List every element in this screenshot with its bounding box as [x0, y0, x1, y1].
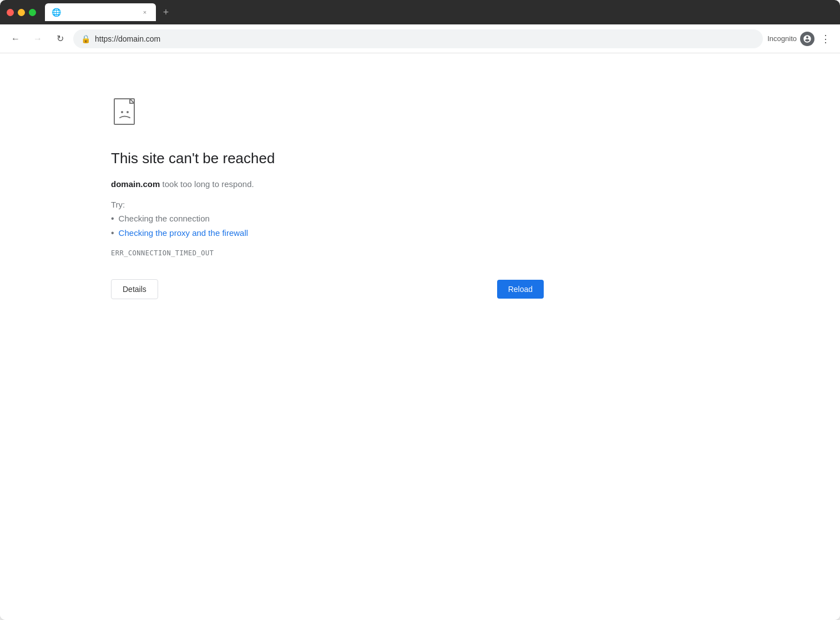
page-content: This site can't be reached domain.com to…	[0, 53, 840, 620]
svg-point-2	[126, 111, 129, 113]
reload-nav-button[interactable]: ↻	[51, 30, 69, 48]
details-button[interactable]: Details	[111, 279, 158, 299]
error-code: ERR_CONNECTION_TIMED_OUT	[111, 249, 444, 257]
back-button[interactable]: ←	[7, 30, 24, 48]
suggestion-connection-text: Checking the connection	[119, 214, 210, 223]
svg-rect-0	[114, 99, 134, 124]
browser-frame: 🌐 × + ← → ↻ 🔒 https://domain.com Incogni…	[0, 0, 840, 620]
try-label: Try:	[111, 200, 444, 209]
suggestion-item-proxy[interactable]: Checking the proxy and the firewall	[111, 228, 444, 238]
tab-bar: 🌐 × +	[45, 3, 833, 21]
nav-right: Incognito ⋮	[767, 31, 833, 47]
error-container: This site can't be reached domain.com to…	[111, 98, 444, 299]
new-tab-button[interactable]: +	[158, 4, 174, 20]
active-tab[interactable]: 🌐 ×	[45, 3, 156, 21]
browser-menu-button[interactable]: ⋮	[818, 31, 833, 47]
suggestion-proxy-link[interactable]: Checking the proxy and the firewall	[119, 228, 248, 238]
error-description-rest: took too long to respond.	[160, 179, 254, 189]
forward-button[interactable]: →	[29, 30, 47, 48]
address-bar[interactable]: 🔒 https://domain.com	[73, 29, 763, 48]
reload-button[interactable]: Reload	[497, 280, 544, 299]
maximize-button[interactable]	[29, 9, 36, 16]
tab-favicon-icon: 🌐	[52, 8, 60, 17]
lock-icon: 🔒	[81, 34, 90, 43]
title-bar: 🌐 × +	[0, 0, 840, 24]
incognito-icon	[800, 32, 814, 46]
suggestion-item-connection: Checking the connection	[111, 214, 444, 224]
close-button[interactable]	[7, 9, 14, 16]
suggestion-list: Checking the connection Checking the pro…	[111, 214, 444, 238]
url-display: https://domain.com	[95, 34, 160, 43]
incognito-label: Incognito	[767, 34, 797, 43]
button-row: Details Reload	[111, 279, 544, 299]
error-title: This site can't be reached	[111, 150, 444, 167]
nav-bar: ← → ↻ 🔒 https://domain.com Incognito ⋮	[0, 24, 840, 53]
error-domain: domain.com	[111, 179, 160, 189]
minimize-button[interactable]	[18, 9, 25, 16]
svg-point-1	[121, 111, 123, 113]
traffic-lights	[7, 9, 36, 16]
error-icon	[111, 98, 144, 131]
tab-close-button[interactable]: ×	[140, 8, 149, 17]
error-description: domain.com took too long to respond.	[111, 178, 444, 191]
